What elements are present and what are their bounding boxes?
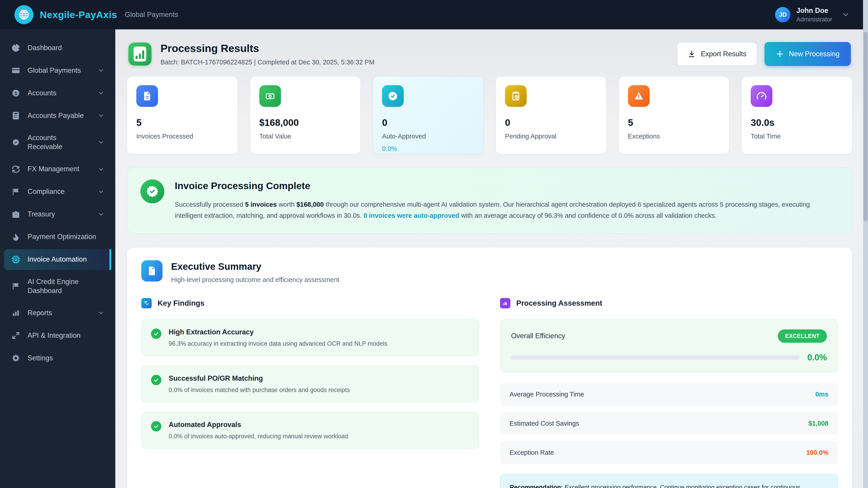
stats-row: 5 Invoices Processed $168,000 Total Valu… [127,76,852,154]
flame-icon [11,232,21,242]
stat-card-exceptions: 5 Exceptions [619,76,730,154]
metric-row: Exception Rate 100.0% [500,441,838,464]
new-processing-button[interactable]: New Processing [765,42,851,66]
section-title: Executive Summary [171,261,339,272]
results-chart-icon [128,42,151,66]
chevron-down-icon [98,112,104,119]
expand-arrows-icon [11,330,21,340]
sidebar-item-ai-credit-engine-dashboard[interactable]: AI Credit Engine Dashboard [4,272,111,301]
page-header: Processing Results Batch: BATCH-17670962… [128,42,851,66]
processing-complete-banner: Invoice Processing Complete Successfully… [127,167,852,233]
sidebar-item-accounts-payable[interactable]: Accounts Payable [4,105,111,126]
checklist-icon [141,298,152,308]
chevron-down-icon [98,310,104,316]
user-name: John Doe [796,6,832,15]
document-icon [141,260,162,282]
efficiency-value: 0.0% [807,353,827,362]
chevron-down-icon [98,188,104,195]
sidebar-item-fx-management[interactable]: FX Management [4,159,111,180]
auto-approved-highlight: 0 invoices were auto-approved [364,212,459,219]
page-title: Processing Results [160,42,375,55]
gauge-icon [751,85,772,107]
sidebar-item-accounts-receivable[interactable]: Accounts Receivable [4,128,111,157]
exchange-arrows-icon [11,164,21,174]
sidebar-item-payment-optimization[interactable]: Payment Optimization [4,227,111,248]
user-role: Administrator [796,16,832,23]
sidebar-item-reports[interactable]: Reports [4,302,111,323]
document-icon [136,85,158,107]
banner-title: Invoice Processing Complete [175,180,839,191]
stat-card-total-value: $168,000 Total Value [250,76,361,154]
flag-icon [11,281,21,291]
sidebar-item-invoice-automation[interactable]: Invoice Automation [4,249,111,270]
globe-icon [14,5,33,24]
chevron-down-icon [98,211,104,218]
metric-row: Average Processing Time 0ms [500,383,838,406]
banner-text: Successfully processed 5 invoices worth … [175,199,839,221]
chevron-down-icon [841,10,850,19]
sidebar-item-compliance[interactable]: Compliance [4,182,111,202]
calculator-icon [11,111,21,121]
status-badge: EXCELLENT [778,329,827,343]
recommendation-note: Recommendation: Excellent processing per… [500,474,838,488]
badge-check-icon [141,180,164,203]
key-findings-column: Key Findings High Extraction Accuracy 96… [141,298,479,488]
sidebar-item-global-payments[interactable]: Global Payments [4,60,111,81]
sidebar-item-accounts[interactable]: Accounts [4,83,111,103]
check-circle-icon [151,375,161,385]
main-content: Processing Results Batch: BATCH-17670962… [115,29,864,488]
auto-approved-rate: 0.0% [382,145,474,153]
sidebar-item-dashboard[interactable]: Dashboard [4,37,111,58]
briefcase-icon [11,209,21,219]
vertical-scrollbar[interactable] [863,0,868,488]
clock-check-icon [11,137,21,147]
sidebar: Dashboard Global Payments Accounts Accou… [0,29,115,488]
stat-card-invoices-processed: 5 Invoices Processed [127,76,238,154]
batch-info: Batch: BATCH-1767096224825 | Completed a… [160,59,375,66]
sidebar-item-settings[interactable]: Settings [4,348,111,368]
chevron-down-icon [98,90,104,96]
brand-suffix: Global Payments [125,11,178,19]
pie-chart-icon [11,43,21,53]
badge-check-icon [382,85,404,107]
finding-item: Successful PO/GR Matching 0.0% of invoic… [141,365,479,402]
dollar-circle-icon [11,88,21,98]
stat-card-pending-approval: 0 Pending Approval [496,76,607,154]
processing-assessment-column: Processing Assessment Overall Efficiency… [500,298,838,488]
section-subtitle: High-level processing outcome and effici… [171,276,339,284]
chevron-down-icon [98,139,104,146]
finding-item: High Extraction Accuracy 96.3% accuracy … [141,319,479,356]
cpu-icon [11,255,21,265]
overall-efficiency-panel: Overall Efficiency EXCELLENT 0.0% [500,319,838,372]
check-circle-icon [151,421,161,431]
banknote-icon [259,85,281,107]
bar-chart-icon [500,298,510,308]
clipboard-clock-icon [505,85,527,107]
credit-card-icon [11,66,21,75]
export-results-button[interactable]: Export Results [677,42,757,66]
finding-item: Automated Approvals 0.0% of invoices aut… [141,412,479,449]
alert-triangle-icon [628,85,650,107]
sidebar-item-api-integration[interactable]: API & Integration [4,325,111,346]
download-icon [688,50,696,58]
brand-name: Nexgile-PayAxis [40,9,117,20]
brand: Nexgile-PayAxis Global Payments [14,5,178,24]
stat-card-total-time: 30.0s Total Time [741,76,852,154]
user-menu[interactable]: JD John Doe Administrator [775,6,850,23]
top-bar: Nexgile-PayAxis Global Payments JD John … [0,0,868,29]
gear-icon [11,353,21,363]
scrollbar-thumb[interactable] [864,32,868,221]
chevron-down-icon [98,166,104,173]
metric-row: Estimated Cost Savings $1,008 [500,412,838,435]
check-circle-icon [151,328,161,339]
chevron-down-icon [98,67,104,74]
bar-chart-icon [11,308,21,318]
efficiency-progress-bar [511,355,800,359]
flag-icon [11,187,21,197]
avatar: JD [775,7,790,22]
sidebar-item-treasury[interactable]: Treasury [4,204,111,225]
executive-summary-card: Executive Summary High-level processing … [127,248,852,488]
plus-icon [776,50,784,58]
stat-card-auto-approved: 0 Auto-Approved 0.0% [373,76,484,154]
